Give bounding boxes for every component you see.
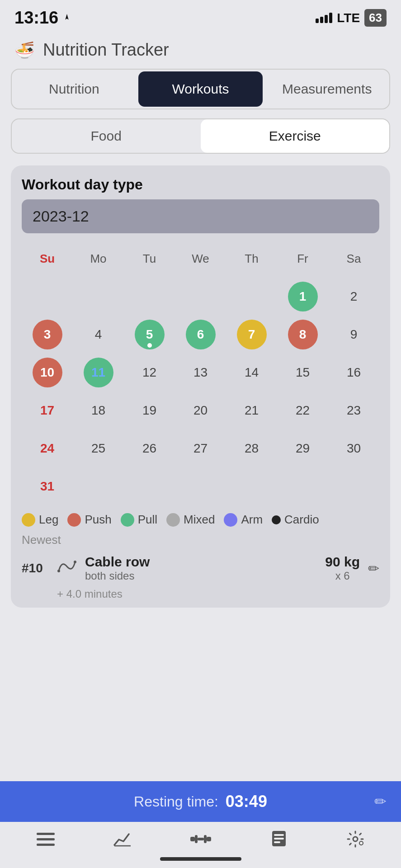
day-label-su: Su — [22, 241, 73, 277]
svg-rect-8 — [198, 838, 204, 840]
svg-point-17 — [360, 842, 363, 844]
cal-day-empty — [175, 468, 226, 505]
nav-workout[interactable] — [190, 832, 211, 846]
cal-day-12: 12 — [124, 354, 175, 391]
nav-chart[interactable] — [113, 831, 132, 847]
exercise-row: #10 Cable row both sides 90 kg x 6 ✏ — [22, 552, 379, 585]
day-label-sa: Sa — [328, 241, 379, 277]
tab-nutrition[interactable]: Nutrition — [12, 70, 137, 108]
push-dot — [67, 513, 81, 527]
cal-day-1[interactable]: 1 — [277, 278, 328, 315]
app-icon: 🍜 — [14, 41, 35, 60]
legend-leg-label: Leg — [39, 513, 58, 527]
location-icon — [62, 13, 72, 23]
pull-dot — [121, 513, 134, 527]
arm-dot — [224, 513, 237, 527]
cardio-dot — [272, 515, 281, 524]
cal-day-2: 2 — [328, 278, 379, 315]
legend-cardio: Cardio — [272, 513, 319, 527]
calendar-week-1: 1 2 — [22, 278, 379, 315]
nav-settings[interactable] — [346, 830, 364, 848]
tab-measurements[interactable]: Measurements — [264, 70, 389, 108]
tab-workouts[interactable]: Workouts — [138, 71, 263, 107]
cal-day-17: 17 — [22, 392, 73, 429]
cal-day-empty — [175, 278, 226, 315]
cal-day-22: 22 — [277, 392, 328, 429]
exercise-number: #10 — [22, 561, 49, 576]
svg-rect-10 — [207, 837, 211, 841]
card-title: Workout day type — [22, 176, 379, 193]
cal-day-4: 4 — [73, 316, 124, 353]
cal-day-24: 24 — [22, 430, 73, 467]
cal-day-empty — [277, 468, 328, 505]
svg-rect-2 — [37, 833, 55, 835]
legend-mixed: Mixed — [166, 513, 215, 527]
legend-leg: Leg — [22, 513, 58, 527]
exercise-edit-button[interactable]: ✏ — [368, 561, 379, 576]
mixed-dot — [166, 513, 180, 527]
legend-arm-label: Arm — [241, 513, 263, 527]
svg-rect-4 — [37, 844, 55, 846]
cal-day-5[interactable]: 5 — [124, 316, 175, 353]
resting-time-value: 03:49 — [226, 792, 267, 811]
cal-day-empty — [73, 468, 124, 505]
time-display: 13:16 — [14, 8, 58, 28]
exercise-detail: both sides — [85, 570, 317, 582]
cal-day-empty — [328, 468, 379, 505]
cal-day-empty — [226, 278, 277, 315]
bottom-nav — [0, 822, 401, 853]
app-title: Nutrition Tracker — [43, 40, 169, 60]
calendar-month[interactable]: 2023-12 — [22, 199, 379, 233]
day-label-th: Th — [226, 241, 277, 277]
cal-day-empty — [22, 278, 73, 315]
exercise-reps: x 6 — [325, 570, 360, 582]
workout-card: Workout day type 2023-12 Su Mo Tu We Th … — [11, 165, 390, 608]
resting-label: Resting time: — [134, 793, 218, 810]
cal-day-8[interactable]: 8 — [277, 316, 328, 353]
cal-day-7[interactable]: 7 — [226, 316, 277, 353]
svg-rect-13 — [274, 838, 284, 840]
svg-rect-14 — [274, 841, 280, 843]
exercise-info: Cable row both sides — [85, 554, 317, 582]
cal-day-6[interactable]: 6 — [175, 316, 226, 353]
nav-list[interactable] — [37, 832, 55, 846]
tab-food[interactable]: Food — [12, 119, 201, 153]
svg-rect-6 — [190, 837, 195, 841]
resting-edit-button[interactable]: ✏ — [374, 793, 387, 810]
exercise-time: + 4.0 minutes — [22, 588, 379, 600]
home-bar — [160, 857, 241, 861]
cal-day-20: 20 — [175, 392, 226, 429]
cal-day-11[interactable]: 11 — [73, 354, 124, 391]
cal-day-27: 27 — [175, 430, 226, 467]
workout-legend: Leg Push Pull Mixed Arm Cardio — [22, 513, 379, 527]
signal-bars — [316, 13, 332, 23]
cal-day-26: 26 — [124, 430, 175, 467]
exercise-weight-value: 90 kg — [325, 554, 360, 570]
newest-label: Newest — [22, 533, 379, 547]
exercise-name: Cable row — [85, 554, 317, 570]
tab-exercise[interactable]: Exercise — [201, 119, 390, 153]
app-header: 🍜 Nutrition Tracker — [0, 32, 401, 64]
nav-log[interactable] — [270, 831, 288, 847]
calendar-week-6: 31 — [22, 468, 379, 505]
legend-mixed-label: Mixed — [184, 513, 215, 527]
cal-day-3[interactable]: 3 — [22, 316, 73, 353]
sub-tabs: Food Exercise — [11, 118, 390, 154]
battery-indicator: 63 — [364, 9, 387, 27]
day-label-we: We — [175, 241, 226, 277]
cal-day-9: 9 — [328, 316, 379, 353]
cal-day-29: 29 — [277, 430, 328, 467]
cal-day-18: 18 — [73, 392, 124, 429]
calendar-week-3: 10 11 12 13 14 15 16 — [22, 354, 379, 391]
status-bar: 13:16 LTE 63 — [0, 0, 401, 32]
cal-day-10[interactable]: 10 — [22, 354, 73, 391]
legend-arm: Arm — [224, 513, 263, 527]
svg-point-1 — [74, 561, 76, 563]
cal-day-empty — [124, 468, 175, 505]
exercise-weight: 90 kg x 6 — [325, 554, 360, 582]
cal-day-21: 21 — [226, 392, 277, 429]
cal-day-31: 31 — [22, 468, 73, 505]
calendar-week-4: 17 18 19 20 21 22 23 — [22, 392, 379, 429]
legend-push-label: Push — [85, 513, 111, 527]
svg-point-15 — [353, 837, 358, 841]
